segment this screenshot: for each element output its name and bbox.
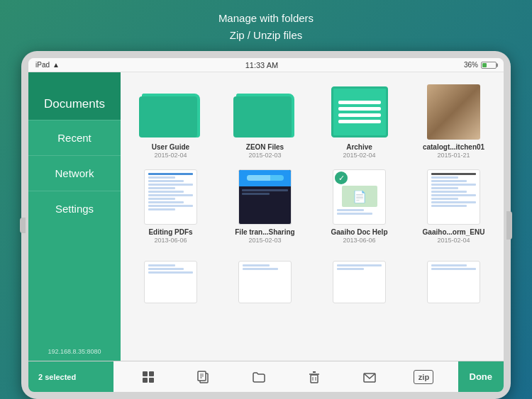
doc-thumb: ✓ 📄 <box>324 169 395 225</box>
status-left: iPad ▲ <box>35 61 60 69</box>
battery-percent: 36% <box>464 61 478 69</box>
svg-rect-0 <box>143 371 148 376</box>
doc-preview <box>427 169 480 225</box>
battery-fill <box>482 63 487 67</box>
list-item[interactable]: ZEON Files 2015-02-03 <box>218 78 312 163</box>
doc-preview <box>238 169 292 225</box>
header-line2: Zip / Unzip files <box>218 27 314 44</box>
home-button <box>506 211 512 240</box>
sidebar-ip: 192.168.8.35:8080 <box>28 342 121 361</box>
doc-preview: ✓ 📄 <box>333 169 386 225</box>
file-date: 2013-06-06 <box>343 237 375 244</box>
list-item[interactable] <box>123 248 218 317</box>
list-item[interactable]: File tran...Sharing 2015-02-03 <box>218 163 312 248</box>
sidebar-header: Documents <box>28 72 121 120</box>
list-item[interactable] <box>406 248 501 317</box>
svg-rect-1 <box>149 371 154 376</box>
list-item[interactable]: ✓ 📄 Gaaiho Doc Help 2013-06-06 <box>312 163 406 248</box>
folder-thumb <box>135 84 206 140</box>
file-date: 2015-02-03 <box>248 152 281 159</box>
list-item[interactable] <box>218 248 312 317</box>
sidebar: Documents Recent Network Settings 192.16… <box>28 72 121 361</box>
file-date: 2015-02-04 <box>154 152 187 159</box>
list-item[interactable]: Archive 2015-02-04 <box>312 78 406 163</box>
email-icon[interactable] <box>359 366 380 388</box>
sidebar-item-settings[interactable]: Settings <box>28 191 121 226</box>
file-date: 2015-01-21 <box>437 152 470 159</box>
ipad-frame: iPad ▲ 11:33 AM 36% Documents Recent <box>21 51 511 399</box>
svg-rect-3 <box>149 378 154 383</box>
folder-icon <box>233 86 297 137</box>
file-name: catalogt...itchen01 <box>423 143 484 152</box>
archive-thumb <box>324 84 395 140</box>
file-date: 2015-02-03 <box>248 237 281 244</box>
main-content: Documents Recent Network Settings 192.16… <box>28 72 504 361</box>
device-label: iPad <box>35 61 50 69</box>
toolbar-icons: zip <box>113 366 458 388</box>
check-badge: ✓ <box>335 172 348 184</box>
delete-icon[interactable] <box>304 366 325 388</box>
file-date: 2015-02-04 <box>437 237 470 244</box>
doc-thumb <box>230 254 301 310</box>
file-name: User Guide <box>152 143 189 152</box>
doc-thumb <box>419 169 489 225</box>
file-grid: User Guide 2015-02-04 ZEON Files 2015-02… <box>121 72 504 361</box>
list-item[interactable] <box>312 248 406 317</box>
svg-rect-2 <box>143 378 148 383</box>
list-item[interactable]: User Guide 2015-02-04 <box>123 78 218 163</box>
file-name: Editing PDFs <box>148 228 192 237</box>
status-bar: iPad ▲ 11:33 AM 36% <box>28 58 504 72</box>
move-to-folder-icon[interactable] <box>248 366 270 388</box>
header-line1: Manage with folders <box>218 10 314 27</box>
doc-thumb <box>419 254 489 310</box>
doc-thumb <box>135 254 206 310</box>
toolbar: 2 selected <box>28 361 504 392</box>
svg-rect-9 <box>311 375 318 383</box>
archive-icon <box>331 86 388 137</box>
volume-button <box>20 218 26 233</box>
file-name: Gaaiho...orm_ENU <box>423 228 485 237</box>
list-item[interactable]: Gaaiho...orm_ENU 2015-02-04 <box>406 163 501 248</box>
image-thumb <box>419 84 489 140</box>
image-preview <box>427 84 480 140</box>
file-name: ZEON Files <box>246 143 284 152</box>
doc-thumb <box>324 254 395 310</box>
selected-count: 2 selected <box>28 361 113 392</box>
status-right: 36% <box>464 61 497 69</box>
sidebar-title: Documents <box>28 97 121 111</box>
list-item[interactable]: catalogt...itchen01 2015-01-21 <box>406 78 501 163</box>
ipad-screen: iPad ▲ 11:33 AM 36% Documents Recent <box>28 58 504 392</box>
zip-icon[interactable]: zip <box>414 370 433 384</box>
file-date: 2013-06-06 <box>154 237 187 244</box>
list-item[interactable]: Editing PDFs 2013-06-06 <box>123 163 218 248</box>
done-button[interactable]: Done <box>458 361 504 392</box>
file-name: Gaaiho Doc Help <box>331 228 387 237</box>
file-name: Archive <box>346 143 372 152</box>
file-name: File tran...Sharing <box>235 228 294 237</box>
grid-icon[interactable] <box>138 366 159 388</box>
sidebar-item-recent[interactable]: Recent <box>28 120 121 155</box>
battery-icon <box>481 62 497 69</box>
doc-thumb <box>230 169 301 225</box>
wifi-icon: ▲ <box>52 61 60 69</box>
folder-thumb <box>230 84 301 140</box>
copy-icon[interactable] <box>193 366 214 388</box>
doc-thumb <box>135 169 206 225</box>
file-date: 2015-02-04 <box>343 152 375 159</box>
folder-icon <box>139 86 203 137</box>
header-text: Manage with folders Zip / Unzip files <box>218 0 314 51</box>
sidebar-item-network[interactable]: Network <box>28 155 121 191</box>
status-time: 11:33 AM <box>245 61 278 69</box>
doc-preview <box>144 169 197 225</box>
